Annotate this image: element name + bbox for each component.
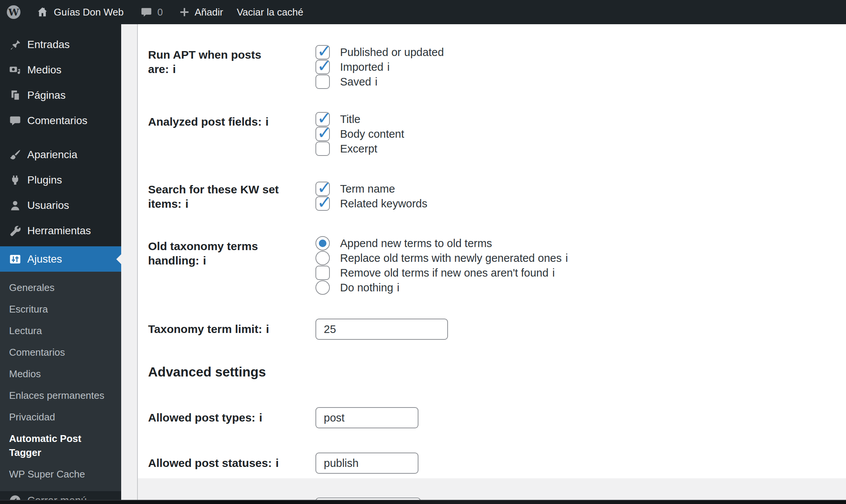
submenu-item-reading[interactable]: Lectura	[0, 320, 121, 342]
radio-replace-old-terms[interactable]	[315, 251, 330, 265]
checkbox-option: Related keywords	[315, 196, 428, 211]
comment-icon	[9, 115, 21, 127]
info-link[interactable]: i	[565, 252, 568, 264]
radio-label: Do nothingi	[340, 282, 400, 294]
sidebar-item-label: Páginas	[27, 89, 66, 101]
checkbox-option: Remove old terms if new ones aren't foun…	[315, 266, 568, 280]
checkbox-imported[interactable]	[315, 60, 330, 74]
checkbox-label: Excerpt	[340, 143, 377, 155]
submenu-item-automatic-post-tagger[interactable]: Automatic Post Tagger	[0, 428, 121, 464]
row-label: Allowed post types:i	[148, 411, 286, 425]
submenu-item-writing[interactable]: Escritura	[0, 299, 121, 320]
info-link[interactable]: i	[387, 61, 389, 73]
radio-group: Append new terms to old terms Replace ol…	[315, 236, 568, 295]
info-link[interactable]: i	[397, 282, 399, 294]
sidebar-item-settings[interactable]: Ajustes	[0, 246, 121, 272]
cache-label: Vaciar la caché	[237, 6, 303, 18]
checkbox-option: Excerpt	[315, 142, 404, 156]
checkbox-option: Importedi	[315, 60, 444, 74]
comments-shortcut[interactable]: 0	[140, 0, 163, 24]
row-label: Old taxonomy terms handling:i	[148, 239, 286, 268]
row-label: Run APT when posts are:i	[148, 48, 286, 76]
content-gutter	[121, 24, 137, 504]
sidebar-item-pages[interactable]: Páginas	[0, 82, 121, 108]
checkbox-option: Term name	[315, 182, 428, 196]
sidebar-item-posts[interactable]: Entradas	[0, 32, 121, 57]
sidebar-item-label: Medios	[27, 64, 61, 76]
submenu-item-general[interactable]: Generales	[0, 277, 121, 299]
info-link[interactable]: i	[266, 323, 269, 335]
sidebar-item-media[interactable]: Medios	[0, 57, 121, 82]
svg-text:W: W	[8, 7, 19, 18]
checkbox-label: Published or updated	[340, 46, 444, 59]
allowed-post-types-input[interactable]	[315, 407, 418, 428]
checkbox-option: Published or updated	[315, 45, 444, 59]
admin-sidebar: Entradas Medios Páginas	[0, 24, 121, 504]
sidebar-item-label: Entradas	[27, 39, 70, 51]
info-link[interactable]: i	[173, 63, 176, 75]
plus-icon	[179, 6, 190, 18]
checkbox-related-keywords[interactable]	[315, 196, 330, 211]
bottom-edge-bar	[0, 500, 846, 504]
sidebar-item-tools[interactable]: Herramientas	[0, 218, 121, 243]
user-icon	[9, 199, 21, 212]
sidebar-item-plugins[interactable]: Plugins	[0, 167, 121, 193]
submenu-item-permalinks[interactable]: Enlaces permanentes	[0, 385, 121, 406]
submenu-item-media[interactable]: Medios	[0, 363, 121, 385]
wordpress-logo[interactable]: W	[6, 0, 21, 24]
row-label: Allowed post statuses:i	[148, 456, 286, 470]
comment-bubble-icon	[140, 6, 152, 18]
row-label: Taxonomy term limit:i	[148, 322, 286, 336]
checkbox-option: Body content	[315, 127, 404, 141]
info-link[interactable]: i	[552, 267, 554, 279]
visit-site-link[interactable]: Guías Don Web	[36, 0, 124, 24]
radio-option: Replace old terms with newly generated o…	[315, 251, 568, 265]
sidebar-item-appearance[interactable]: Apariencia	[0, 142, 121, 167]
row-label: Search for these KW set items:i	[148, 182, 286, 211]
checkbox-group: Title Body content Excerpt	[315, 112, 404, 156]
media-icon	[9, 64, 21, 76]
checkbox-label: Term name	[340, 183, 395, 195]
add-label: Añadir	[195, 6, 223, 18]
checkbox-label: Remove old terms if new ones aren't foun…	[340, 267, 555, 279]
info-link[interactable]: i	[276, 457, 279, 469]
info-link[interactable]: i	[259, 411, 262, 424]
sidebar-item-label: Plugins	[27, 174, 62, 186]
radio-label: Append new terms to old terms	[340, 237, 492, 250]
menu-separator	[0, 133, 121, 142]
wordpress-logo-icon: W	[6, 5, 21, 20]
checkbox-label: Related keywords	[340, 198, 428, 210]
delete-cache-button[interactable]: Vaciar la caché	[237, 0, 303, 24]
radio-append-new-terms[interactable]	[315, 236, 330, 250]
checkbox-label: Title	[340, 113, 361, 126]
checkbox-group: Published or updated Importedi Savedi	[315, 45, 444, 89]
sidebar-item-users[interactable]: Usuarios	[0, 193, 121, 218]
taxonomy-term-limit-input[interactable]	[315, 319, 448, 340]
radio-do-nothing[interactable]	[315, 280, 330, 295]
pushpin-icon	[9, 39, 21, 51]
submenu-item-wp-super-cache[interactable]: WP Super Cache	[0, 464, 121, 485]
pages-icon	[9, 89, 21, 101]
info-link[interactable]: i	[203, 254, 206, 267]
submenu-item-discussion[interactable]: Comentarios	[0, 342, 121, 363]
allowed-post-statuses-input[interactable]	[315, 453, 418, 474]
info-link[interactable]: i	[375, 76, 377, 88]
checkbox-label: Body content	[340, 128, 404, 140]
settings-panel: Run APT when posts are:i Published or up…	[137, 24, 846, 504]
admin-bar: W Guías Don Web 0 Añadir Vaciar la caché	[0, 0, 846, 24]
checkbox-saved[interactable]	[315, 75, 330, 89]
submenu-item-privacy[interactable]: Privacidad	[0, 406, 121, 428]
sidebar-item-comments[interactable]: Comentarios	[0, 108, 121, 133]
checkbox-remove-old-terms[interactable]	[315, 266, 330, 280]
settings-sliders-icon	[9, 253, 21, 265]
checkbox-body-content[interactable]	[315, 127, 330, 141]
sidebar-item-label: Comentarios	[27, 115, 87, 127]
checkbox-group: Term name Related keywords	[315, 182, 428, 211]
settings-submenu: Generales Escritura Lectura Comentarios …	[0, 272, 121, 491]
checkbox-excerpt[interactable]	[315, 142, 330, 156]
new-content-button[interactable]: Añadir	[179, 0, 223, 24]
wrench-icon	[9, 225, 21, 237]
info-link[interactable]: i	[265, 115, 268, 128]
sidebar-item-label: Herramientas	[27, 225, 91, 237]
info-link[interactable]: i	[185, 198, 188, 210]
